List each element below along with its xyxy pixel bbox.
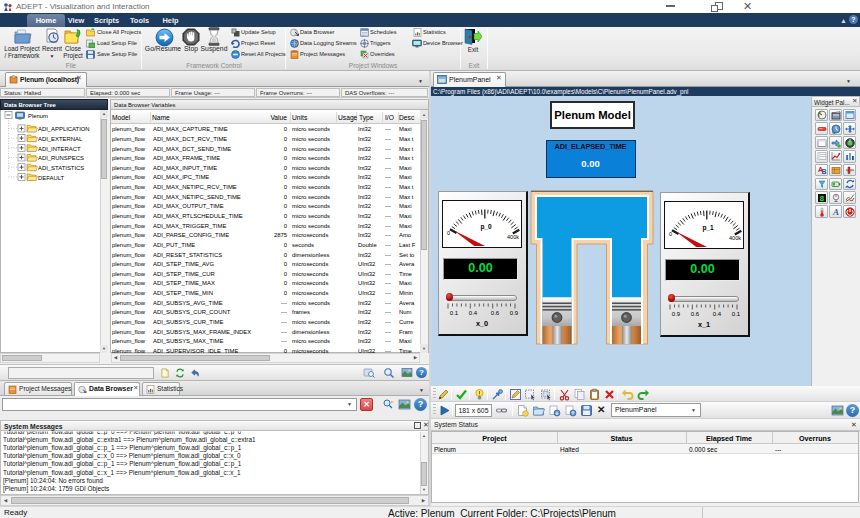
svg-text:p_1: p_1 [703, 224, 715, 232]
svg-text:Plenum: Plenum [28, 113, 48, 119]
svg-text:A: A [832, 207, 839, 217]
svg-text:8: 8 [819, 194, 824, 203]
svg-text:400k: 400k [729, 235, 741, 241]
svg-text:0: 0 [447, 230, 450, 236]
svg-text:ADI_APPLICATION: ADI_APPLICATION [38, 126, 90, 132]
svg-text:B: B [821, 168, 826, 175]
svg-text:ADI_STATISTICS: ADI_STATISTICS [38, 165, 84, 171]
svg-text:DEFAULT: DEFAULT [38, 175, 64, 181]
svg-text:ADI_INTERACT: ADI_INTERACT [38, 146, 81, 152]
svg-text:p_0: p_0 [481, 223, 493, 231]
svg-text:ADI_EXTERNAL: ADI_EXTERNAL [38, 136, 83, 142]
svg-text:400k: 400k [507, 234, 519, 240]
svg-text:0: 0 [669, 231, 672, 237]
svg-text:ADI_RUNSPECS: ADI_RUNSPECS [38, 155, 84, 161]
